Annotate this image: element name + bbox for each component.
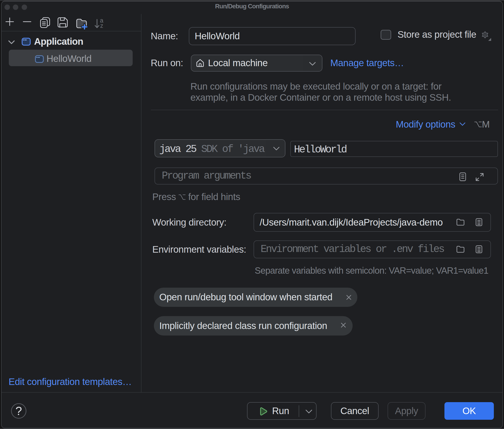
svg-text:z: z bbox=[100, 22, 103, 29]
